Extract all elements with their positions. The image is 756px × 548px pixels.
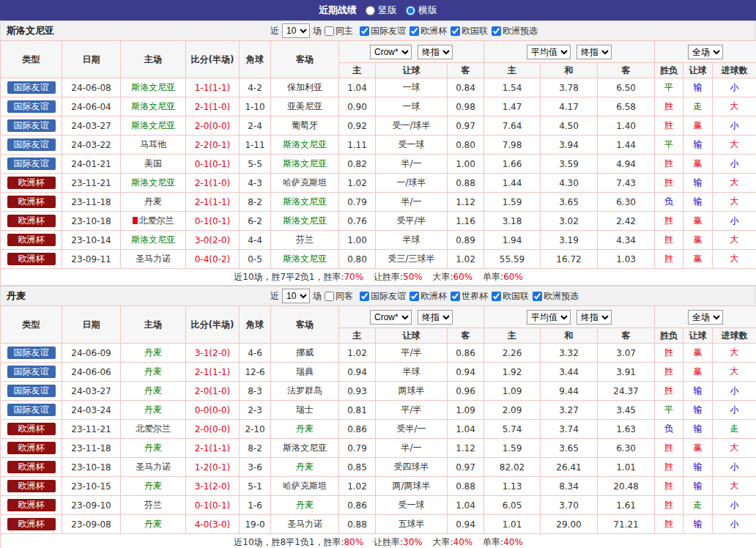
summary-row: 近10场，胜8平1负1，胜率:80% 让胜率:30% 大率:40% 单率:40% — [1, 534, 756, 548]
league-checkbox[interactable] — [360, 26, 369, 36]
odds-home: 0.92 — [339, 116, 376, 136]
league-filter[interactable]: 世界杯 — [451, 290, 488, 303]
same-venue-filter[interactable]: 同客 — [325, 290, 353, 303]
home-team: 丹麦 — [121, 439, 186, 458]
goals-result: 大 — [713, 344, 756, 363]
league-checkbox[interactable] — [360, 292, 369, 301]
result: 胜 — [655, 250, 683, 269]
avg-away: 6.30 — [598, 439, 655, 458]
match-count-select[interactable]: 10 — [282, 23, 310, 38]
avg-home: 1.13 — [484, 477, 541, 496]
league-checkbox[interactable] — [492, 292, 501, 301]
col-date: 日期 — [62, 41, 121, 78]
avg-draw: 3.94 — [541, 136, 598, 155]
team-name: 斯洛文尼亚 — [7, 24, 54, 37]
league-badge: 欧洲杯 — [7, 234, 56, 246]
avg-draw: 29.00 — [541, 515, 598, 534]
league-checkbox[interactable] — [410, 292, 419, 301]
league-checkbox[interactable] — [451, 292, 460, 301]
col-goals: 进球数 — [713, 328, 756, 344]
league-checkbox[interactable] — [451, 26, 460, 36]
league-checkbox[interactable] — [533, 292, 542, 301]
win-rate: 70% — [344, 272, 363, 282]
final-odds-select[interactable]: 终指 — [418, 310, 453, 325]
away-team: 斯洛文尼亚 — [271, 155, 339, 174]
league-label: 欧洲杯 — [420, 290, 447, 303]
away-team: 圣马力诺 — [271, 515, 339, 534]
corner-score: 1-6 — [240, 496, 271, 515]
match-league: 欧洲杯 — [1, 515, 62, 534]
handicap: 半/一 — [376, 155, 448, 174]
handicap: 一球 — [376, 97, 448, 116]
same-venue-filter[interactable]: 同主 — [325, 25, 353, 37]
filter-prefix: 近 — [270, 290, 279, 303]
odd-rate-label: 单率: — [483, 272, 503, 282]
final-odds-select-2[interactable]: 终指 — [577, 45, 612, 59]
vertical-radio[interactable] — [366, 6, 375, 15]
result: 胜 — [655, 174, 683, 193]
result: 平 — [655, 136, 683, 155]
avg-odds-select[interactable]: 平均值 — [527, 45, 571, 59]
league-filter[interactable]: 国际友谊 — [360, 25, 406, 37]
match-league: 欧洲杯 — [1, 477, 62, 496]
avg-away: 4.34 — [598, 231, 655, 250]
final-odds-select[interactable]: 终指 — [418, 45, 453, 59]
league-filters: 国际友谊欧洲杯欧国联欧洲预选 — [360, 25, 541, 37]
avg-odds-select[interactable]: 平均值 — [527, 310, 571, 325]
same-venue-checkbox[interactable] — [325, 26, 334, 36]
match-score: 2-1(1-0) — [186, 97, 240, 116]
away-team: 斯洛文尼亚 — [271, 212, 339, 231]
league-filter[interactable]: 国际友谊 — [360, 290, 406, 303]
handicap-result: 赢 — [683, 439, 713, 458]
match-row: 欧洲杯23-10-14斯洛文尼亚3-0(2-0)4-4芬兰1.00半球0.891… — [1, 231, 756, 250]
league-badge: 国际友谊 — [7, 119, 56, 132]
handicap: 受一/球半 — [376, 116, 448, 136]
league-filter[interactable]: 欧国联 — [492, 290, 529, 303]
home-team: 斯洛文尼亚 — [121, 174, 186, 193]
layout-horizontal-option[interactable]: 横版 — [406, 4, 437, 17]
odds-away: 1.04 — [448, 420, 484, 439]
match-row: 欧洲杯23-09-11圣马力诺0-4(0-2)0-5斯洛文尼亚0.80受三/三球… — [1, 250, 756, 269]
odds-home: 1.04 — [339, 78, 376, 97]
final-odds-select-2[interactable]: 终指 — [577, 310, 612, 325]
match-score: 0-1(0-1) — [186, 155, 240, 174]
match-league: 国际友谊 — [1, 78, 62, 97]
home-team: 丹麦 — [121, 401, 186, 420]
league-filter[interactable]: 欧洲杯 — [410, 290, 447, 303]
horizontal-radio[interactable] — [406, 6, 415, 15]
odds-home: 0.76 — [339, 212, 376, 231]
match-row: 欧洲杯23-10-15丹麦3-1(2-0)5-1哈萨克斯坦1.02两/两球半0.… — [1, 477, 756, 496]
league-badge: 国际友谊 — [7, 385, 56, 397]
league-checkbox[interactable] — [492, 26, 501, 36]
goals-result: 小 — [713, 496, 756, 515]
odds-company-select[interactable]: Crow* — [370, 310, 412, 325]
handicap-result: 输 — [683, 382, 713, 401]
match-count-select[interactable]: 10 — [282, 289, 310, 303]
avg-home: 2.09 — [484, 401, 541, 420]
same-venue-checkbox[interactable] — [325, 292, 334, 301]
odds-away: 0.98 — [448, 97, 484, 116]
match-league: 欧洲杯 — [1, 496, 62, 515]
league-filter[interactable]: 欧洲预选 — [492, 25, 538, 37]
away-team: 芬兰 — [271, 231, 339, 250]
handicap: 受一球 — [376, 136, 448, 155]
match-league: 欧洲杯 — [1, 231, 62, 250]
handicap: 受三/三球半 — [376, 250, 448, 269]
odds-away: 1.12 — [448, 439, 484, 458]
league-filter[interactable]: 欧洲预选 — [533, 290, 579, 303]
handicap: 两/两球半 — [376, 477, 448, 496]
filter-bar: 近 10 场 同客 国际友谊欧洲杯世界杯欧国联欧洲预选 — [270, 289, 582, 303]
league-filter[interactable]: 欧洲杯 — [410, 25, 447, 37]
avg-away: 1.03 — [598, 250, 655, 269]
avg-draw: 16.72 — [541, 250, 598, 269]
match-league: 欧洲杯 — [1, 439, 62, 458]
scope-select[interactable]: 全场 — [688, 310, 723, 325]
scope-select[interactable]: 全场 — [688, 45, 723, 59]
odds-home: 1.00 — [339, 231, 376, 250]
odds-company-select[interactable]: Crow* — [370, 45, 412, 59]
league-filters: 国际友谊欧洲杯世界杯欧国联欧洲预选 — [360, 290, 582, 303]
league-filter[interactable]: 欧国联 — [451, 25, 488, 37]
league-checkbox[interactable] — [410, 26, 419, 36]
goals-result: 小 — [713, 458, 756, 477]
layout-vertical-option[interactable]: 竖版 — [366, 4, 397, 17]
